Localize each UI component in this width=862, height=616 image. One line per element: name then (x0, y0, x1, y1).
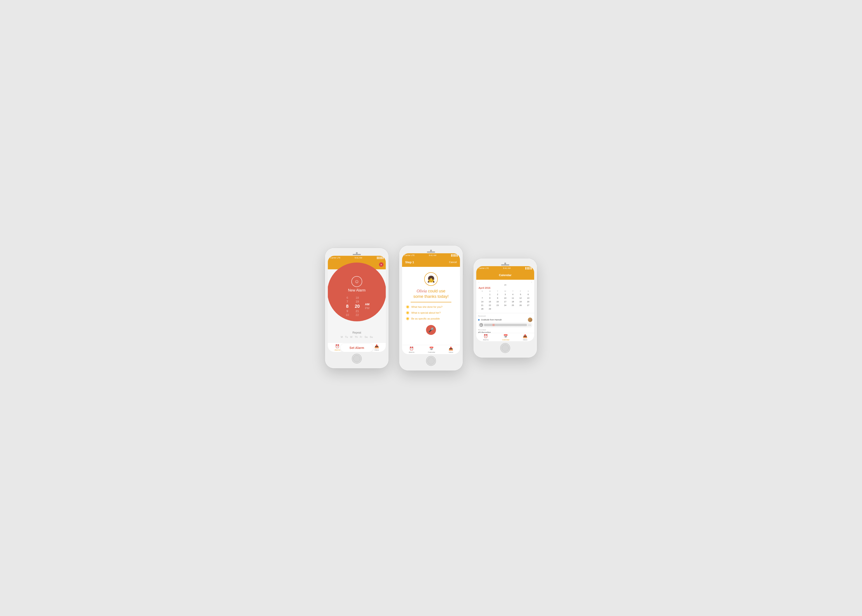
am-selected[interactable]: AM (365, 303, 370, 306)
alarm-screen: × ☺ New Alarm 6 7 8 9 (328, 260, 386, 352)
cal-day-17[interactable]: 17 (502, 300, 509, 303)
cal-day-27[interactable]: 27 (524, 303, 532, 307)
alarm-close-btn[interactable]: × (379, 262, 384, 267)
mic-button[interactable]: 🎤 (426, 325, 436, 335)
tab-inbox-2[interactable]: 📥 Inbox (449, 346, 453, 353)
set-alarm-button[interactable]: Set Alarm (340, 344, 373, 352)
hour-7[interactable]: 7 (346, 300, 348, 303)
hour-10[interactable]: 10 (346, 313, 349, 317)
cal-grid-headers: S M T W T F S (478, 290, 532, 292)
day-Th[interactable]: Th (355, 336, 358, 338)
hour-6[interactable]: 6 (346, 296, 348, 299)
day-M[interactable]: M (341, 336, 343, 338)
entry-1-title: Gratitude from Hannah (481, 319, 527, 321)
cal-day-22[interactable]: 22 (486, 303, 494, 307)
cal-day-19[interactable]: 19 (517, 300, 524, 303)
day-Fr[interactable]: Fr (360, 336, 362, 338)
cal-day-18[interactable]: 18 (509, 300, 516, 303)
cal-day-2[interactable]: 2 (494, 292, 501, 296)
tab-inbox-3[interactable]: 📥 Inbox (523, 334, 527, 341)
hour-8-selected[interactable]: 8 (346, 304, 348, 309)
cal-day-12[interactable]: 12 (517, 296, 524, 300)
time-3: 9:41 AM (503, 267, 510, 269)
cal-day-7[interactable]: 7 (478, 296, 486, 300)
step-screen: Step 1 Cancel 👧 Olivia could use some th… (402, 257, 460, 354)
cal-next[interactable]: › (531, 281, 532, 283)
cal-day-15[interactable]: 15 (486, 300, 494, 303)
tab-alarms-2[interactable]: ⏰ Alarms (409, 346, 414, 353)
hours-column[interactable]: 6 7 8 9 10 (342, 296, 352, 317)
cal-day-13[interactable]: 13 (524, 296, 532, 300)
camera-dot (356, 252, 358, 254)
tab-bar-3: ⏰ Alarms 📅 Calendar 📥 Inbox (476, 333, 534, 341)
cal-day-14[interactable]: 14 (478, 300, 486, 303)
min-18[interactable]: 18 (355, 296, 359, 299)
min-22[interactable]: 22 (355, 313, 359, 317)
alarms-label-3: Alarms (483, 339, 489, 341)
cal-day-25[interactable]: 25 (509, 303, 516, 307)
cal-empty-33 (517, 307, 524, 311)
cal-day-24[interactable]: 24 (502, 303, 509, 307)
cal-day-23[interactable]: 23 (494, 303, 501, 307)
cal-day-11[interactable]: 11 (509, 296, 516, 300)
home-button-1[interactable] (352, 354, 362, 364)
entry-1-audio[interactable]: ▶ 2:31 (478, 322, 532, 327)
day-Tu[interactable]: Tu (345, 336, 348, 338)
alarm-body: ☺ New Alarm 6 7 8 9 10 (328, 269, 386, 352)
step-heading: Olivia could use some thanks today! (413, 289, 449, 299)
step-cancel-btn[interactable]: Cancel (449, 261, 457, 264)
day-header-S1: S (478, 290, 486, 292)
phone-3-screen-container: Carrier LTE 9:41 AM ▐▐▐▐▐ Calendar ‹ › 2… (476, 266, 534, 341)
cal-day-9[interactable]: 9 (494, 296, 501, 300)
prompt-2: ☀️ What is special about her? (406, 311, 456, 314)
ampm-column[interactable]: AM PM (363, 303, 371, 310)
cal-day-1[interactable]: 1 (486, 292, 494, 296)
day-W[interactable]: W (350, 336, 352, 338)
min-19[interactable]: 19 (355, 300, 359, 303)
minutes-column[interactable]: 18 19 20 21 22 (352, 296, 362, 317)
entry-1-label: Recieved (478, 315, 532, 317)
cal-day-8[interactable]: 8 (486, 296, 494, 300)
cal-day-16[interactable]: 16 (494, 300, 501, 303)
day-header-T1: T (494, 290, 501, 292)
cal-day-10[interactable]: 10 (502, 296, 509, 300)
phone-1-top (328, 251, 386, 256)
cal-prev[interactable]: ‹ (478, 281, 479, 283)
tab-alarms-3[interactable]: ⏰ Alarms (483, 334, 489, 341)
home-button-2[interactable] (426, 356, 436, 366)
phone-1-screen-container: Carrier LTE 9:41 AM ▐▐▐▐▐ × ☺ New Alarm (328, 256, 386, 352)
battery-3: ▐▐▐▐▐ (525, 267, 532, 269)
alarm-face-icon: ☺ (351, 276, 362, 287)
tab-calendar-3[interactable]: 📅 Calendar (502, 334, 509, 341)
camera-dot-3 (504, 262, 506, 264)
cal-day-28[interactable]: 28 (478, 307, 486, 311)
tab-calendar-2[interactable]: 📅 Calendar (428, 346, 435, 353)
cal-day-5-today[interactable]: 5 (517, 292, 524, 296)
day-Su[interactable]: Su (370, 336, 373, 338)
repeat-days[interactable]: M Tu W Th Fr Sa Su (341, 336, 373, 338)
audio-time-1: 2:31 (528, 324, 531, 326)
prompt-icon-2: ☀️ (406, 311, 409, 314)
min-20-selected[interactable]: 20 (355, 304, 360, 309)
day-header-T2: T (509, 290, 516, 292)
day-Sa[interactable]: Sa (365, 336, 367, 338)
cal-day-21[interactable]: 21 (478, 303, 486, 307)
phone-2: Carrier LTE 9:41 AM ▐▐▐▐▐ Step 1 Cancel … (400, 245, 462, 371)
cal-day-3[interactable]: 3 (502, 292, 509, 296)
cal-day-20[interactable]: 20 (524, 300, 532, 303)
repeat-label: Repeat (341, 331, 373, 334)
day-header-M: M (486, 290, 494, 292)
alarm-content: ☺ New Alarm 6 7 8 9 10 (328, 269, 386, 352)
cal-day-4[interactable]: 4 (509, 292, 516, 296)
pm-option[interactable]: PM (365, 306, 370, 310)
min-21[interactable]: 21 (355, 310, 359, 313)
hour-9[interactable]: 9 (346, 310, 348, 313)
cal-day-26[interactable]: 26 (517, 303, 524, 307)
cal-day-6[interactable]: 6 (524, 292, 532, 296)
time-picker[interactable]: 6 7 8 9 10 18 19 20 21 22 (338, 296, 376, 317)
waveform-1 (484, 324, 527, 326)
prompt-3: ☀️ Be as specific as possible (406, 317, 456, 321)
play-btn-1[interactable]: ▶ (480, 323, 483, 327)
home-button-3[interactable] (500, 343, 510, 353)
cal-day-29[interactable]: 29 (486, 307, 494, 311)
